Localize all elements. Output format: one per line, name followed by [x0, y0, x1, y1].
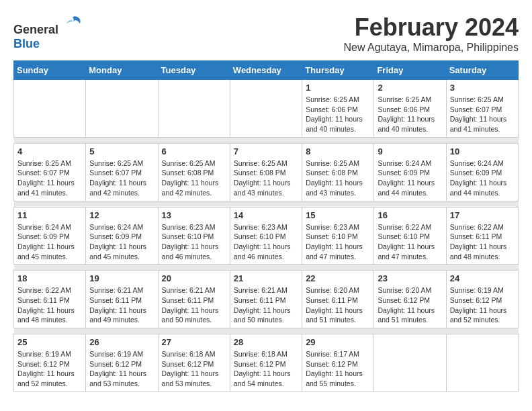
divider-cell [14, 328, 86, 334]
cell-info: Sunrise: 6:24 AM Sunset: 6:09 PM Dayligh… [17, 222, 82, 262]
calendar-cell: 18Sunrise: 6:22 AM Sunset: 6:11 PM Dayli… [14, 271, 86, 328]
page-header: General Blue February 2024 New Agutaya, … [13, 13, 519, 54]
divider-cell [302, 265, 374, 271]
day-number: 18 [17, 273, 82, 283]
day-number: 2 [378, 83, 442, 93]
divider-cell [158, 328, 230, 334]
cell-info: Sunrise: 6:25 AM Sunset: 6:07 PM Dayligh… [17, 158, 82, 198]
cell-info: Sunrise: 6:25 AM Sunset: 6:07 PM Dayligh… [89, 158, 154, 198]
header-tuesday: Tuesday [158, 61, 230, 80]
calendar-cell [14, 80, 86, 138]
day-number: 16 [378, 210, 442, 220]
calendar-cell: 1Sunrise: 6:25 AM Sunset: 6:06 PM Daylig… [302, 80, 374, 138]
cell-info: Sunrise: 6:17 AM Sunset: 6:12 PM Dayligh… [306, 349, 370, 389]
calendar-cell: 26Sunrise: 6:19 AM Sunset: 6:12 PM Dayli… [86, 334, 158, 392]
divider-cell [230, 265, 302, 271]
calendar-week-row: 4Sunrise: 6:25 AM Sunset: 6:07 PM Daylig… [14, 143, 519, 201]
calendar-cell: 13Sunrise: 6:23 AM Sunset: 6:10 PM Dayli… [158, 207, 230, 265]
calendar-week-row: 11Sunrise: 6:24 AM Sunset: 6:09 PM Dayli… [14, 207, 519, 265]
calendar-cell: 4Sunrise: 6:25 AM Sunset: 6:07 PM Daylig… [14, 143, 86, 201]
cell-info: Sunrise: 6:25 AM Sunset: 6:07 PM Dayligh… [450, 95, 515, 134]
calendar-cell [86, 80, 158, 138]
day-number: 13 [162, 210, 226, 220]
calendar-cell: 6Sunrise: 6:25 AM Sunset: 6:08 PM Daylig… [158, 143, 230, 201]
header-sunday: Sunday [14, 61, 86, 80]
calendar-week-row: 18Sunrise: 6:22 AM Sunset: 6:11 PM Dayli… [14, 271, 519, 328]
day-number: 1 [306, 83, 370, 93]
divider-cell [230, 328, 302, 334]
day-number: 6 [162, 146, 226, 156]
week-divider [14, 137, 519, 143]
calendar-cell: 19Sunrise: 6:21 AM Sunset: 6:11 PM Dayli… [86, 271, 158, 328]
day-number: 11 [17, 210, 82, 220]
calendar-cell: 21Sunrise: 6:21 AM Sunset: 6:11 PM Dayli… [230, 271, 302, 328]
calendar-cell: 9Sunrise: 6:24 AM Sunset: 6:09 PM Daylig… [374, 143, 446, 201]
divider-cell [14, 265, 86, 271]
day-number: 8 [306, 146, 370, 156]
header-wednesday: Wednesday [230, 61, 302, 80]
cell-info: Sunrise: 6:18 AM Sunset: 6:12 PM Dayligh… [162, 349, 226, 389]
calendar-header-row: SundayMondayTuesdayWednesdayThursdayFrid… [14, 61, 519, 80]
day-number: 17 [450, 210, 515, 220]
cell-info: Sunrise: 6:21 AM Sunset: 6:11 PM Dayligh… [234, 285, 298, 325]
day-number: 26 [89, 337, 154, 347]
calendar-cell: 5Sunrise: 6:25 AM Sunset: 6:07 PM Daylig… [86, 143, 158, 201]
cell-info: Sunrise: 6:19 AM Sunset: 6:12 PM Dayligh… [17, 349, 82, 389]
day-number: 10 [450, 146, 515, 156]
cell-info: Sunrise: 6:25 AM Sunset: 6:08 PM Dayligh… [306, 158, 370, 198]
divider-cell [302, 137, 374, 143]
day-number: 12 [89, 210, 154, 220]
day-number: 21 [234, 273, 298, 283]
calendar-cell: 11Sunrise: 6:24 AM Sunset: 6:09 PM Dayli… [14, 207, 86, 265]
logo-blue: Blue [13, 37, 40, 50]
week-divider [14, 328, 519, 334]
logo: General Blue [13, 13, 83, 51]
calendar-cell [158, 80, 230, 138]
calendar-cell: 8Sunrise: 6:25 AM Sunset: 6:08 PM Daylig… [302, 143, 374, 201]
header-monday: Monday [86, 61, 158, 80]
calendar-cell: 7Sunrise: 6:25 AM Sunset: 6:08 PM Daylig… [230, 143, 302, 201]
calendar-cell: 2Sunrise: 6:25 AM Sunset: 6:06 PM Daylig… [374, 80, 446, 138]
day-number: 27 [162, 337, 226, 347]
day-number: 15 [306, 210, 370, 220]
divider-cell [86, 201, 158, 207]
logo-general: General [13, 23, 58, 36]
divider-cell [302, 201, 374, 207]
divider-cell [158, 137, 230, 143]
divider-cell [374, 137, 446, 143]
calendar-cell: 12Sunrise: 6:24 AM Sunset: 6:09 PM Dayli… [86, 207, 158, 265]
divider-cell [14, 137, 86, 143]
cell-info: Sunrise: 6:21 AM Sunset: 6:11 PM Dayligh… [162, 285, 226, 325]
divider-cell [374, 265, 446, 271]
day-number: 14 [234, 210, 298, 220]
day-number: 20 [162, 273, 226, 283]
header-friday: Friday [374, 61, 446, 80]
calendar-cell: 29Sunrise: 6:17 AM Sunset: 6:12 PM Dayli… [302, 334, 374, 392]
calendar-cell: 14Sunrise: 6:23 AM Sunset: 6:10 PM Dayli… [230, 207, 302, 265]
cell-info: Sunrise: 6:25 AM Sunset: 6:08 PM Dayligh… [234, 158, 298, 198]
title-area: February 2024 New Agutaya, Mimaropa, Phi… [343, 13, 519, 54]
calendar-cell [230, 80, 302, 138]
divider-cell [446, 137, 518, 143]
day-number: 19 [89, 273, 154, 283]
divider-cell [374, 328, 446, 334]
divider-cell [446, 201, 518, 207]
cell-info: Sunrise: 6:23 AM Sunset: 6:10 PM Dayligh… [306, 222, 370, 262]
day-number: 24 [450, 273, 515, 283]
cell-info: Sunrise: 6:22 AM Sunset: 6:11 PM Dayligh… [17, 285, 82, 325]
calendar-cell: 20Sunrise: 6:21 AM Sunset: 6:11 PM Dayli… [158, 271, 230, 328]
day-number: 22 [306, 273, 370, 283]
divider-cell [86, 265, 158, 271]
calendar-cell: 17Sunrise: 6:22 AM Sunset: 6:11 PM Dayli… [446, 207, 518, 265]
calendar-week-row: 1Sunrise: 6:25 AM Sunset: 6:06 PM Daylig… [14, 80, 519, 138]
calendar-cell [374, 334, 446, 392]
divider-cell [14, 201, 86, 207]
calendar-cell: 24Sunrise: 6:19 AM Sunset: 6:12 PM Dayli… [446, 271, 518, 328]
calendar-cell: 25Sunrise: 6:19 AM Sunset: 6:12 PM Dayli… [14, 334, 86, 392]
day-number: 7 [234, 146, 298, 156]
divider-cell [230, 201, 302, 207]
day-number: 5 [89, 146, 154, 156]
cell-info: Sunrise: 6:18 AM Sunset: 6:12 PM Dayligh… [234, 349, 298, 389]
calendar-cell [446, 334, 518, 392]
calendar-cell: 23Sunrise: 6:20 AM Sunset: 6:12 PM Dayli… [374, 271, 446, 328]
